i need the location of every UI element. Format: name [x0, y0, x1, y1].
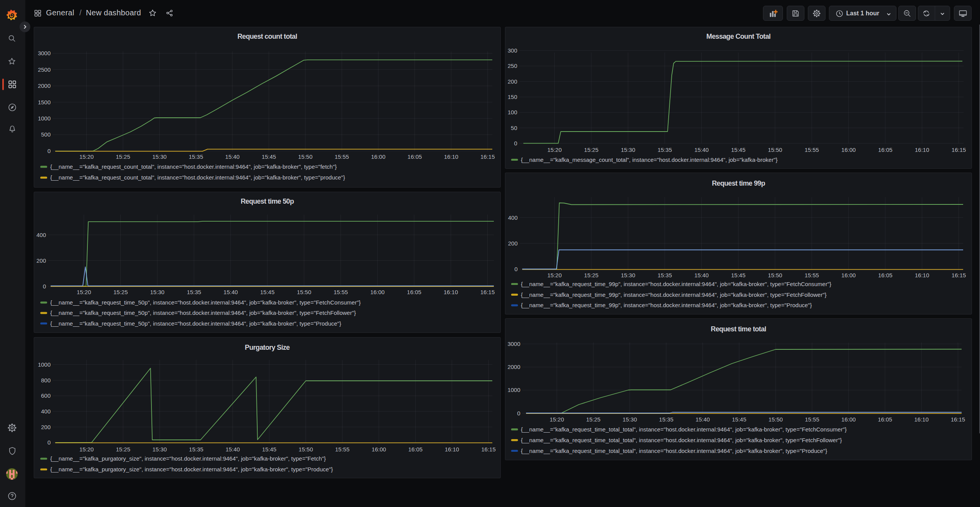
- svg-text:{__name__="kafka_request_time_: {__name__="kafka_request_time_50p", inst…: [50, 309, 356, 316]
- svg-text:15:45: 15:45: [260, 289, 275, 295]
- svg-text:{__name__="kafka_request_time_: {__name__="kafka_request_time_99p", inst…: [521, 281, 832, 287]
- svg-text:15:30: 15:30: [623, 416, 637, 423]
- svg-text:15:45: 15:45: [732, 416, 747, 423]
- svg-text:15:40: 15:40: [224, 289, 238, 295]
- svg-text:15:30: 15:30: [153, 446, 167, 453]
- svg-text:15:55: 15:55: [804, 272, 819, 278]
- svg-text:16:05: 16:05: [878, 147, 893, 153]
- svg-text:16:10: 16:10: [444, 289, 458, 295]
- svg-text:15:45: 15:45: [731, 272, 746, 278]
- svg-text:15:40: 15:40: [225, 153, 240, 160]
- svg-text:800: 800: [41, 377, 51, 384]
- svg-text:15:25: 15:25: [113, 289, 128, 295]
- svg-text:16:15: 16:15: [481, 446, 496, 453]
- svg-text:400: 400: [508, 214, 518, 221]
- svg-text:16:00: 16:00: [372, 446, 386, 453]
- svg-text:16:15: 16:15: [952, 147, 966, 153]
- svg-text:15:25: 15:25: [584, 147, 599, 153]
- svg-text:15:55: 15:55: [335, 446, 350, 453]
- svg-text:{__name__="kafka_request_time_: {__name__="kafka_request_time_total_tota…: [521, 448, 827, 454]
- svg-text:15:50: 15:50: [298, 153, 313, 160]
- svg-text:15:20: 15:20: [77, 289, 91, 295]
- svg-text:15:50: 15:50: [768, 272, 783, 278]
- svg-text:250: 250: [508, 63, 517, 69]
- svg-text:15:35: 15:35: [658, 147, 672, 153]
- svg-text:15:30: 15:30: [621, 147, 635, 153]
- svg-text:2000: 2000: [38, 82, 51, 89]
- svg-text:Request time 99p: Request time 99p: [712, 179, 765, 187]
- svg-text:3000: 3000: [508, 341, 520, 347]
- svg-text:15:35: 15:35: [189, 153, 203, 160]
- svg-text:15:20: 15:20: [79, 446, 94, 453]
- svg-text:{__name__="kafka_request_time_: {__name__="kafka_request_time_total_tota…: [521, 437, 842, 443]
- svg-text:16:15: 16:15: [952, 272, 966, 278]
- svg-text:15:25: 15:25: [116, 446, 130, 453]
- svg-text:Message Count Total: Message Count Total: [706, 33, 770, 40]
- svg-text:15:50: 15:50: [297, 289, 311, 295]
- svg-text:15:30: 15:30: [150, 289, 164, 295]
- svg-text:{__name__="kafka_request_time_: {__name__="kafka_request_time_99p", inst…: [521, 291, 827, 298]
- svg-text:16:15: 16:15: [951, 416, 965, 423]
- svg-text:1000: 1000: [38, 115, 51, 122]
- svg-text:300: 300: [508, 47, 517, 54]
- svg-text:15:40: 15:40: [696, 416, 710, 423]
- svg-text:2500: 2500: [38, 66, 51, 73]
- svg-text:{__name__="kafka_request_time_: {__name__="kafka_request_time_99p", inst…: [521, 302, 812, 308]
- svg-text:15:40: 15:40: [694, 147, 709, 153]
- svg-text:15:50: 15:50: [768, 147, 783, 153]
- svg-text:15:35: 15:35: [187, 289, 201, 295]
- svg-text:15:30: 15:30: [621, 272, 635, 278]
- svg-text:15:35: 15:35: [189, 446, 204, 453]
- svg-text:15:55: 15:55: [334, 289, 348, 295]
- svg-text:200: 200: [41, 424, 51, 430]
- svg-text:16:00: 16:00: [841, 416, 856, 423]
- svg-text:{__name__="kafka_request_time_: {__name__="kafka_request_time_total_tota…: [521, 426, 847, 433]
- svg-text:16:15: 16:15: [480, 289, 495, 295]
- svg-text:0: 0: [48, 439, 51, 446]
- svg-text:15:20: 15:20: [79, 153, 94, 160]
- svg-text:15:45: 15:45: [731, 147, 746, 153]
- svg-text:600: 600: [41, 392, 51, 399]
- svg-text:Request time total: Request time total: [711, 325, 766, 333]
- svg-text:15:50: 15:50: [768, 416, 783, 423]
- svg-text:16:00: 16:00: [841, 272, 856, 278]
- svg-text:15:35: 15:35: [659, 416, 674, 423]
- svg-text:16:00: 16:00: [841, 147, 856, 153]
- svg-text:16:10: 16:10: [445, 446, 459, 453]
- svg-text:16:10: 16:10: [915, 272, 929, 278]
- svg-text:200: 200: [508, 78, 517, 85]
- svg-text:15:25: 15:25: [586, 416, 601, 423]
- svg-text:15:55: 15:55: [335, 153, 349, 160]
- svg-text:15:35: 15:35: [658, 272, 672, 278]
- svg-text:Request count total: Request count total: [237, 33, 297, 40]
- svg-text:15:45: 15:45: [262, 446, 276, 453]
- svg-text:16:15: 16:15: [480, 153, 495, 160]
- svg-text:15:55: 15:55: [805, 416, 819, 423]
- svg-text:{__name__="kafka_request_count: {__name__="kafka_request_count_total", i…: [50, 174, 345, 181]
- svg-text:15:40: 15:40: [225, 446, 240, 453]
- svg-text:{__name__="kafka_request_time_: {__name__="kafka_request_time_50p", inst…: [50, 299, 361, 306]
- svg-text:15:20: 15:20: [548, 272, 562, 278]
- svg-text:16:00: 16:00: [371, 153, 386, 160]
- svg-text:16:05: 16:05: [407, 289, 421, 295]
- svg-text:16:10: 16:10: [914, 416, 929, 423]
- svg-text:Request time 50p: Request time 50p: [241, 198, 294, 205]
- svg-text:0: 0: [517, 410, 520, 416]
- svg-text:16:00: 16:00: [370, 289, 385, 295]
- svg-text:15:20: 15:20: [550, 416, 564, 423]
- svg-text:{__name__="kafka_message_count: {__name__="kafka_message_count_total", i…: [521, 156, 778, 163]
- svg-text:{__name__="kafka_purgatory_siz: {__name__="kafka_purgatory_size", instan…: [50, 455, 326, 462]
- svg-text:0: 0: [514, 140, 517, 147]
- svg-text:0: 0: [48, 148, 51, 154]
- svg-text:16:05: 16:05: [408, 446, 423, 453]
- svg-text:15:20: 15:20: [548, 147, 562, 153]
- svg-text:15:40: 15:40: [694, 272, 709, 278]
- svg-text:1000: 1000: [508, 387, 520, 393]
- svg-text:{__name__="kafka_request_time_: {__name__="kafka_request_time_50p", inst…: [50, 320, 341, 327]
- svg-text:0: 0: [515, 266, 518, 272]
- svg-text:200: 200: [508, 240, 518, 247]
- svg-text:15:50: 15:50: [299, 446, 313, 453]
- svg-text:15:55: 15:55: [804, 147, 819, 153]
- svg-text:16:05: 16:05: [878, 416, 892, 423]
- svg-text:16:05: 16:05: [878, 272, 893, 278]
